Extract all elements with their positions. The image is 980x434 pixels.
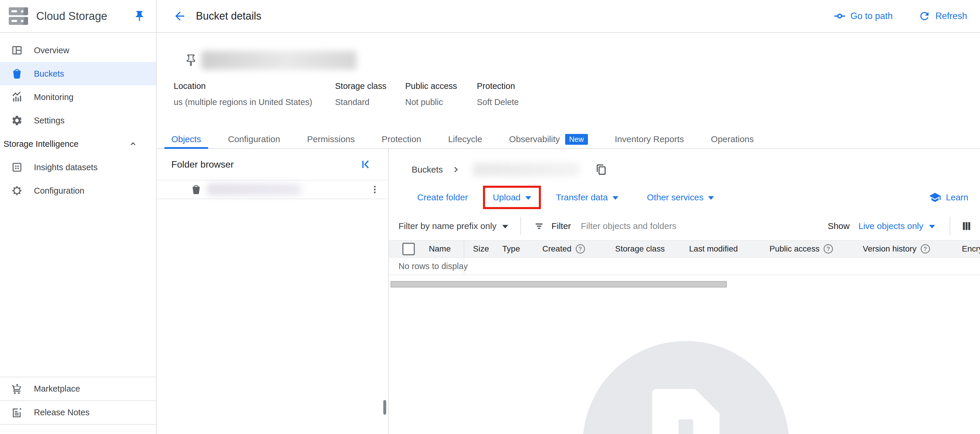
sidebar-item-marketplace[interactable]: Marketplace <box>0 377 156 400</box>
product-name: Cloud Storage <box>36 10 133 22</box>
info-protection: Protection Soft Delete <box>477 81 570 107</box>
overview-icon <box>11 45 23 56</box>
info-location: Location us (multiple regions in United … <box>173 81 335 107</box>
release-notes-icon <box>11 407 23 418</box>
filter-scope-dropdown[interactable]: Filter by name prefix only <box>398 221 508 231</box>
refresh-button[interactable]: Refresh <box>918 10 967 22</box>
chevron-up-icon <box>128 139 138 149</box>
show-objects-dropdown[interactable]: Live objects only <box>858 221 935 231</box>
objects-table-header: Name Size Type Created Storage class Las… <box>389 240 980 258</box>
upload-button[interactable]: Upload <box>493 192 531 203</box>
sidebar-item-release-notes[interactable]: Release Notes <box>0 400 156 424</box>
dropdown-caret-icon <box>929 225 935 228</box>
dropdown-caret-icon <box>612 196 618 200</box>
sidebar-item-overview[interactable]: Overview <box>0 38 156 62</box>
column-header-type[interactable]: Type <box>502 241 542 257</box>
column-header-size[interactable]: Size <box>464 241 502 257</box>
bucket-pin-icon[interactable] <box>185 54 197 67</box>
upload-highlight-box: Upload <box>483 186 541 209</box>
go-to-path-button[interactable]: Go to path <box>834 10 893 22</box>
graduation-cap-icon <box>929 191 941 204</box>
go-to-path-icon <box>834 10 846 22</box>
filter-input[interactable] <box>581 221 745 231</box>
transfer-data-button[interactable]: Transfer data <box>556 192 618 203</box>
collapse-panel-icon[interactable] <box>360 158 372 171</box>
help-icon[interactable] <box>921 244 930 254</box>
copy-icon[interactable] <box>596 164 607 175</box>
column-header-name[interactable]: Name <box>429 241 464 257</box>
tab-observability[interactable]: Observability New <box>502 128 595 148</box>
main-content: Location us (multiple regions in United … <box>157 33 980 434</box>
tab-lifecycle[interactable]: Lifecycle <box>441 128 489 148</box>
tab-protection[interactable]: Protection <box>375 128 428 148</box>
sidebar-item-insights-datasets[interactable]: Insights datasets <box>0 156 156 179</box>
redacted-bucket-name <box>201 51 356 70</box>
tab-operations[interactable]: Operations <box>704 128 761 148</box>
sidebar-section-storage-intelligence[interactable]: Storage Intelligence <box>0 132 156 156</box>
sidebar: Overview Buckets Monitoring Settings Sto… <box>0 33 157 434</box>
learn-button[interactable]: Learn <box>929 191 968 204</box>
tab-configuration[interactable]: Configuration <box>221 128 287 148</box>
redacted-bucket-name <box>207 183 301 196</box>
column-header-last-modified[interactable]: Last modified <box>689 241 770 257</box>
breadcrumb: Buckets <box>389 149 980 183</box>
refresh-icon <box>918 10 931 22</box>
dropdown-caret-icon <box>708 196 714 200</box>
select-all-checkbox[interactable] <box>402 243 415 255</box>
monitoring-icon <box>11 91 23 103</box>
pin-icon[interactable] <box>133 10 146 22</box>
help-icon[interactable] <box>824 244 833 254</box>
new-badge: New <box>565 134 588 145</box>
folder-browser-bucket-row[interactable] <box>157 180 388 199</box>
folder-browser-title: Folder browser <box>171 159 360 170</box>
folder-browser-panel: Folder browser <box>157 149 389 434</box>
breadcrumb-buckets-link[interactable]: Buckets <box>412 164 443 175</box>
bucket-icon <box>191 184 202 195</box>
cloud-storage-product-icon <box>9 7 28 25</box>
back-arrow-icon[interactable] <box>173 10 186 23</box>
empty-table-message: No rows to display <box>389 258 980 275</box>
bucket-icon <box>11 68 23 80</box>
page-header: Bucket details Go to path Refresh <box>157 0 980 32</box>
top-bar: Cloud Storage Bucket details Go to path … <box>0 0 980 33</box>
sidebar-footer: Marketplace Release Notes <box>0 377 156 424</box>
show-label: Show <box>828 221 850 231</box>
column-header-public-access[interactable]: Public access <box>770 241 863 257</box>
column-header-version-history[interactable]: Version history <box>863 241 962 257</box>
product-header: Cloud Storage <box>0 0 157 32</box>
dropdown-caret-icon <box>525 196 531 200</box>
tab-inventory-reports[interactable]: Inventory Reports <box>608 128 691 148</box>
info-public-access: Public access Not public <box>405 81 477 107</box>
filter-label: Filter <box>551 221 571 231</box>
redacted-bucket-name <box>473 163 579 176</box>
page-title: Bucket details <box>196 10 261 22</box>
dropdown-caret-icon <box>502 225 508 228</box>
filter-bar: Filter by name prefix only Filter Show L… <box>389 212 980 240</box>
sidebar-item-configuration[interactable]: Configuration <box>0 179 156 203</box>
tab-objects[interactable]: Objects <box>164 128 208 148</box>
horizontal-scrollbar-thumb[interactable] <box>391 281 727 287</box>
help-icon[interactable] <box>576 244 585 254</box>
create-folder-button[interactable]: Create folder <box>417 192 468 203</box>
more-options-icon[interactable] <box>369 184 380 195</box>
objects-toolbar: Create folder Upload Transfer data Other… <box>389 183 980 212</box>
filter-icon <box>533 220 545 232</box>
bucket-info-row: Location us (multiple regions in United … <box>173 81 980 107</box>
column-header-storage-class[interactable]: Storage class <box>615 241 689 257</box>
tab-permissions[interactable]: Permissions <box>300 128 362 148</box>
sidebar-item-buckets[interactable]: Buckets <box>0 62 156 85</box>
bucket-header: Location us (multiple regions in United … <box>157 33 980 128</box>
sidebar-item-settings[interactable]: Settings <box>0 109 156 132</box>
horizontal-scrollbar <box>389 281 980 287</box>
insights-datasets-icon <box>11 161 23 173</box>
configuration-gear-icon <box>11 185 23 196</box>
info-storage-class: Storage class Standard <box>335 81 405 107</box>
column-header-encryption[interactable]: Encryption <box>962 241 980 257</box>
sidebar-item-monitoring[interactable]: Monitoring <box>0 85 156 109</box>
column-settings-icon[interactable] <box>961 220 972 232</box>
vertical-scrollbar[interactable] <box>383 400 386 415</box>
document-icon <box>652 389 719 434</box>
other-services-button[interactable]: Other services <box>647 192 714 203</box>
gear-icon <box>11 115 23 126</box>
column-header-created[interactable]: Created <box>542 241 615 257</box>
